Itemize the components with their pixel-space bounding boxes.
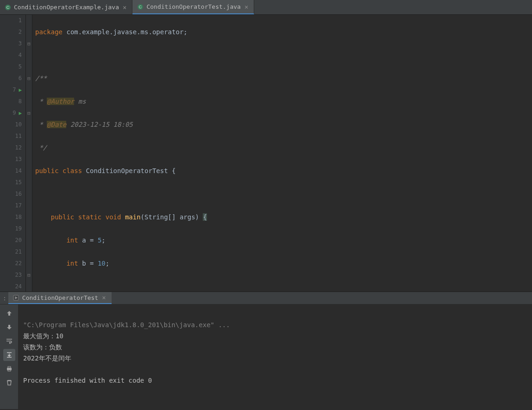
run-gutter-icon[interactable]: ▶: [19, 107, 22, 119]
close-icon[interactable]: ×: [122, 4, 127, 11]
run-tab-bar: : ConditionOperatorTest ×: [0, 292, 532, 304]
editor-tab-condition-operator-example[interactable]: C ConditionOperatorExample.java ×: [0, 0, 132, 14]
code-area[interactable]: package com.example.javase.ms.operator; …: [32, 15, 532, 292]
print-icon[interactable]: [3, 363, 15, 375]
svg-text:C: C: [6, 5, 10, 10]
console-output[interactable]: "C:\Program Files\Java\jdk1.8.0_201\bin\…: [19, 304, 532, 409]
editor-body: 1 2 3 4 5 6 7▶ 8 9▶ 10 11 12 13 14 15 16…: [0, 15, 532, 292]
fold-column: ⊟⊟⊟⊟: [26, 15, 32, 292]
fold-icon[interactable]: ⊟: [26, 269, 32, 281]
arrow-up-icon[interactable]: [3, 307, 15, 319]
svg-rect-8: [8, 370, 11, 371]
run-tab-condition-operator-test[interactable]: ConditionOperatorTest ×: [8, 292, 112, 304]
run-gutter-icon[interactable]: ▶: [19, 84, 22, 96]
editor-tab-condition-operator-test[interactable]: C ConditionOperatorTest.java ×: [132, 0, 254, 14]
console-line: 最大值为：10: [23, 332, 63, 340]
run-config-icon: [13, 294, 19, 301]
run-toolbar: [0, 304, 19, 409]
fold-icon[interactable]: ⊟: [26, 107, 32, 119]
soft-wrap-icon[interactable]: [3, 335, 15, 347]
tab-label: ConditionOperatorExample.java: [14, 4, 119, 11]
run-tool-window: "C:\Program Files\Java\jdk1.8.0_201\bin\…: [0, 304, 532, 409]
arrow-down-icon[interactable]: [3, 321, 15, 333]
close-icon[interactable]: ×: [244, 3, 249, 11]
console-line: 该数为：负数: [23, 343, 62, 351]
editor-tabs: C ConditionOperatorExample.java × C Cond…: [0, 0, 532, 15]
svg-rect-7: [8, 367, 11, 368]
run-tab-label: ConditionOperatorTest: [22, 294, 98, 301]
fold-icon[interactable]: ⊟: [26, 73, 32, 84]
close-icon[interactable]: ×: [101, 294, 106, 301]
java-class-icon: C: [5, 4, 11, 11]
svg-text:C: C: [139, 5, 142, 9]
line-number-gutter: 1 2 3 4 5 6 7▶ 8 9▶ 10 11 12 13 14 15 16…: [0, 15, 26, 292]
console-line: 2022年不是闰年: [23, 354, 71, 362]
fold-icon[interactable]: ⊟: [26, 38, 32, 50]
console-exit-line: Process finished with exit code 0: [23, 377, 152, 384]
console-command-line: "C:\Program Files\Java\jdk1.8.0_201\bin\…: [23, 321, 230, 329]
tab-label: ConditionOperatorTest.java: [146, 3, 241, 10]
trash-icon[interactable]: [3, 377, 15, 389]
collapse-handle-icon[interactable]: :: [3, 295, 8, 302]
java-class-icon: C: [137, 4, 144, 10]
scroll-to-end-icon[interactable]: [3, 349, 15, 361]
